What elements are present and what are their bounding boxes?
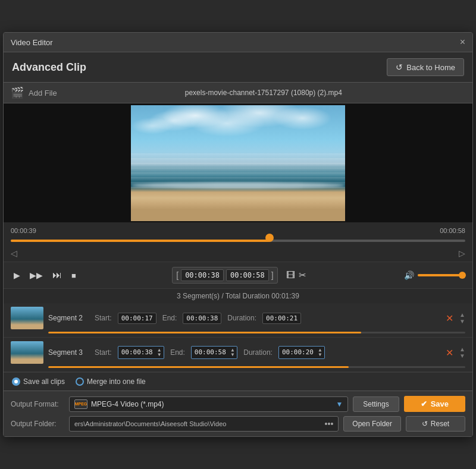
- cloud-layer: [131, 105, 345, 158]
- reset-icon: ↺: [422, 420, 428, 428]
- toolbar-row: 🎬 Add File pexels-movie-channet-17517297…: [4, 82, 472, 103]
- file-name: pexels-movie-channet-17517297 (1080p) (2…: [62, 89, 465, 97]
- segment-progress-bar: [48, 366, 465, 368]
- segment-thumbnail: [11, 341, 43, 364]
- video-frame: [131, 105, 345, 221]
- add-file-button[interactable]: Add File: [29, 89, 57, 97]
- merge-option[interactable]: Merge into one file: [76, 377, 146, 386]
- end-label: End:: [170, 348, 185, 357]
- timeline-slider[interactable]: [11, 237, 465, 245]
- segment-top: Segment 2 Start: 00:00:17 End: 00:00:38 …: [11, 307, 465, 329]
- folder-path-wrap: ers\Administrator\Documents\Aiseesoft St…: [69, 416, 339, 432]
- merge-radio[interactable]: [76, 377, 84, 386]
- duration-label: Duration:: [227, 314, 256, 322]
- segment-thumbnail: [11, 307, 43, 329]
- save-all-option[interactable]: Save all clips: [12, 377, 65, 386]
- clip-start-time[interactable]: 00:00:38: [181, 269, 224, 281]
- back-home-label: Back to Home: [406, 63, 455, 72]
- format-row: Output Format: MPEG MPEG-4 Video (*.mp4)…: [11, 396, 465, 412]
- start-label: Start:: [95, 348, 112, 357]
- timeline-filled: [11, 240, 270, 242]
- segment-fields: Start: 00:00:38 ▲ ▼ End: 00:00:58 ▲ ▼: [95, 346, 441, 359]
- reset-button[interactable]: ↺ Reset: [406, 416, 465, 432]
- volume-icon: 🔊: [404, 270, 414, 280]
- title-bar: Video Editor ×: [4, 33, 472, 52]
- film-strip-icon[interactable]: 🎞: [286, 270, 295, 281]
- scissors-icon[interactable]: ✂: [299, 270, 306, 281]
- save-button[interactable]: ✔ Save: [404, 396, 465, 412]
- timeline-labels: 00:00:39 00:00:58: [11, 227, 465, 234]
- segment-close-button[interactable]: ✕: [446, 313, 453, 324]
- close-button[interactable]: ×: [460, 37, 465, 47]
- refresh-icon: ↺: [396, 62, 403, 72]
- segment-start: 00:00:17: [118, 313, 156, 324]
- marker-right[interactable]: ▷: [459, 248, 465, 258]
- clip-controls: [ 00:00:38 00:00:58 ]: [172, 267, 277, 284]
- dur-down-spinner[interactable]: ▼: [319, 352, 322, 357]
- segment-top: Segment 3 Start: 00:00:38 ▲ ▼ End: 00:00…: [11, 341, 465, 364]
- film-icons: 🎞 ✂: [286, 270, 306, 281]
- volume-track: [418, 274, 465, 276]
- segment-start-editable[interactable]: 00:00:38 ▲ ▼: [118, 346, 164, 359]
- open-folder-button[interactable]: Open Folder: [343, 416, 401, 432]
- add-file-icon: 🎬: [11, 86, 24, 99]
- segment-fields: Start: 00:00:17 End: 00:00:38 Duration: …: [95, 313, 441, 324]
- merge-label: Merge into one file: [87, 377, 146, 386]
- timeline-start-time: 00:00:39: [11, 227, 36, 234]
- ocean-scene: [131, 105, 345, 221]
- timeline-track: [11, 240, 465, 242]
- page-title: Advanced Clip: [12, 61, 86, 74]
- list-item: Segment 2 Start: 00:00:17 End: 00:00:38 …: [4, 303, 472, 338]
- format-select[interactable]: MPEG MPEG-4 Video (*.mp4) ▼: [69, 396, 348, 412]
- timeline-section: 00:00:39 00:00:58 ◁ ▷: [4, 222, 472, 262]
- end-down-spinner[interactable]: ▼: [231, 352, 234, 357]
- save-all-radio[interactable]: [12, 377, 20, 386]
- save-all-label: Save all clips: [23, 377, 65, 386]
- timeline-end-time: 00:00:58: [440, 227, 465, 234]
- controls-row: ▶ ▶▶ ⏭ ■ [ 00:00:38 00:00:58 ] 🎞 ✂ 🔊: [4, 262, 472, 288]
- play-button[interactable]: ▶: [11, 269, 23, 282]
- video-preview: [4, 103, 472, 222]
- folder-row: Output Folder: ers\Administrator\Documen…: [11, 416, 465, 432]
- volume-thumb[interactable]: [459, 272, 466, 279]
- window-title: Video Editor: [11, 38, 53, 47]
- segment-progress-bar: [48, 332, 465, 333]
- timeline-markers: ◁ ▷: [11, 247, 465, 259]
- segment-sort-button[interactable]: ▲▼: [459, 346, 465, 359]
- duration-label: Duration:: [243, 348, 273, 357]
- segment-progress-fill: [48, 332, 361, 333]
- segment-progress-fill: [48, 366, 349, 368]
- end-label: End:: [162, 314, 177, 322]
- checkmark-icon: ✔: [421, 399, 427, 408]
- bottom-section: Output Format: MPEG MPEG-4 Video (*.mp4)…: [4, 391, 472, 436]
- fast-forward-button[interactable]: ▶▶: [27, 269, 46, 282]
- folder-dots-button[interactable]: •••: [325, 419, 334, 429]
- volume-section: 🔊: [404, 270, 465, 280]
- segments-list: Segment 2 Start: 00:00:17 End: 00:00:38 …: [4, 303, 472, 372]
- segment-end: 00:00:38: [183, 313, 221, 324]
- list-item: Segment 3 Start: 00:00:38 ▲ ▼ End: 00:00…: [4, 338, 472, 372]
- format-value: MPEG-4 Video (*.mp4): [91, 400, 336, 408]
- timeline-thumb[interactable]: [265, 234, 274, 242]
- folder-path: ers\Administrator\Documents\Aiseesoft St…: [74, 420, 321, 427]
- frame-step-button[interactable]: ⏭: [49, 268, 65, 282]
- segment-sort-button[interactable]: ▲▼: [459, 311, 465, 325]
- settings-button[interactable]: Settings: [353, 396, 399, 412]
- start-label: Start:: [95, 314, 112, 322]
- segment-duration-editable[interactable]: 00:00:20 ▲ ▼: [278, 346, 325, 359]
- mp4-icon: MPEG: [74, 399, 87, 409]
- segment-end-editable[interactable]: 00:00:58 ▲ ▼: [191, 346, 237, 359]
- clip-bracket-right: ]: [271, 270, 274, 280]
- segment-duration: 00:00:21: [262, 313, 301, 324]
- volume-slider[interactable]: [418, 271, 465, 279]
- segment-close-button[interactable]: ✕: [446, 347, 453, 358]
- stop-button[interactable]: ■: [68, 269, 79, 282]
- start-down-spinner[interactable]: ▼: [158, 352, 161, 357]
- clip-end-time[interactable]: 00:00:58: [226, 269, 269, 281]
- segment-name: Segment 3: [48, 348, 90, 357]
- volume-filled: [418, 274, 465, 276]
- segments-header: 3 Segment(s) / Total Duration 00:01:39: [4, 288, 472, 303]
- segments-summary: 3 Segment(s) / Total Duration 00:01:39: [177, 292, 299, 300]
- back-home-button[interactable]: ↺ Back to Home: [387, 58, 464, 76]
- marker-left[interactable]: ◁: [11, 248, 17, 258]
